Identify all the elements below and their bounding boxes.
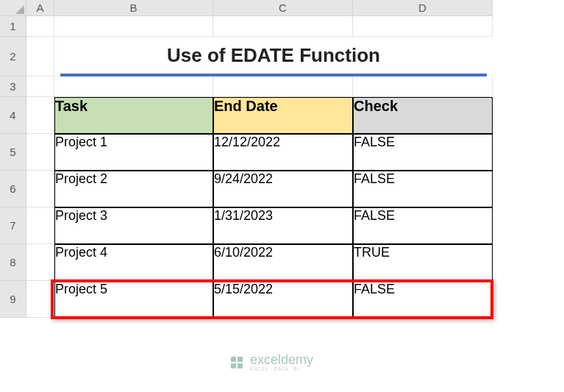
cell-a1[interactable] <box>26 16 54 37</box>
watermark-tag: EXCEL · DATA · BI <box>250 366 313 371</box>
cell-b1[interactable] <box>54 16 213 37</box>
cell-a4[interactable] <box>26 97 54 134</box>
cell-a2[interactable] <box>26 37 54 76</box>
row-header-1[interactable]: 1 <box>0 16 26 37</box>
row-header-4[interactable]: 4 <box>0 97 26 134</box>
page-title: Use of EDATE Function <box>60 37 487 76</box>
header-end-date[interactable]: End Date <box>213 97 353 134</box>
svg-rect-1 <box>238 357 243 362</box>
cell-task-4[interactable]: Project 5 <box>54 281 213 318</box>
cell-a3[interactable] <box>26 76 54 97</box>
cell-d1[interactable] <box>353 16 493 37</box>
cell-a7[interactable] <box>26 207 54 244</box>
cell-d3[interactable] <box>353 76 493 97</box>
svg-rect-3 <box>238 363 243 368</box>
cell-date-0[interactable]: 12/12/2022 <box>213 134 353 171</box>
cell-a8[interactable] <box>26 244 54 281</box>
cell-a5[interactable] <box>26 134 54 171</box>
row-header-7[interactable]: 7 <box>0 207 26 244</box>
cell-task-2[interactable]: Project 3 <box>54 207 213 244</box>
cell-b3[interactable] <box>54 76 213 97</box>
select-all-corner[interactable] <box>0 0 26 16</box>
cell-task-0[interactable]: Project 1 <box>54 134 213 171</box>
col-header-d[interactable]: D <box>353 0 493 16</box>
cell-a9[interactable] <box>26 281 54 318</box>
cell-c3[interactable] <box>213 76 353 97</box>
cell-date-1[interactable]: 9/24/2022 <box>213 171 353 207</box>
cell-check-2[interactable]: FALSE <box>353 207 493 244</box>
watermark-icon <box>228 354 246 371</box>
cell-a6[interactable] <box>26 171 54 207</box>
header-task[interactable]: Task <box>54 97 213 134</box>
watermark: exceldemy EXCEL · DATA · BI <box>228 353 313 371</box>
cell-date-3[interactable]: 6/10/2022 <box>213 244 353 281</box>
row-header-3[interactable]: 3 <box>0 76 26 97</box>
row-header-2[interactable]: 2 <box>0 37 26 76</box>
cell-check-1[interactable]: FALSE <box>353 171 493 207</box>
cell-check-0[interactable]: FALSE <box>353 134 493 171</box>
svg-rect-0 <box>231 357 236 362</box>
cell-date-2[interactable]: 1/31/2023 <box>213 207 353 244</box>
row-header-6[interactable]: 6 <box>0 171 26 207</box>
spreadsheet-grid: A B C D 1 2 Use of EDATE Function 3 4 Ta… <box>0 0 564 318</box>
row-header-9[interactable]: 9 <box>0 281 26 318</box>
cell-check-3[interactable]: TRUE <box>353 244 493 281</box>
cell-task-3[interactable]: Project 4 <box>54 244 213 281</box>
header-check[interactable]: Check <box>353 97 493 134</box>
cell-c1[interactable] <box>213 16 353 37</box>
col-header-c[interactable]: C <box>213 0 353 16</box>
col-header-b[interactable]: B <box>54 0 213 16</box>
watermark-name: exceldemy <box>250 353 313 366</box>
cell-task-1[interactable]: Project 2 <box>54 171 213 207</box>
svg-rect-2 <box>231 363 236 368</box>
row-header-5[interactable]: 5 <box>0 134 26 171</box>
cell-check-4[interactable]: FALSE <box>353 281 493 318</box>
col-header-a[interactable]: A <box>26 0 54 16</box>
row-header-8[interactable]: 8 <box>0 244 26 281</box>
cell-date-4[interactable]: 5/15/2022 <box>213 281 353 318</box>
